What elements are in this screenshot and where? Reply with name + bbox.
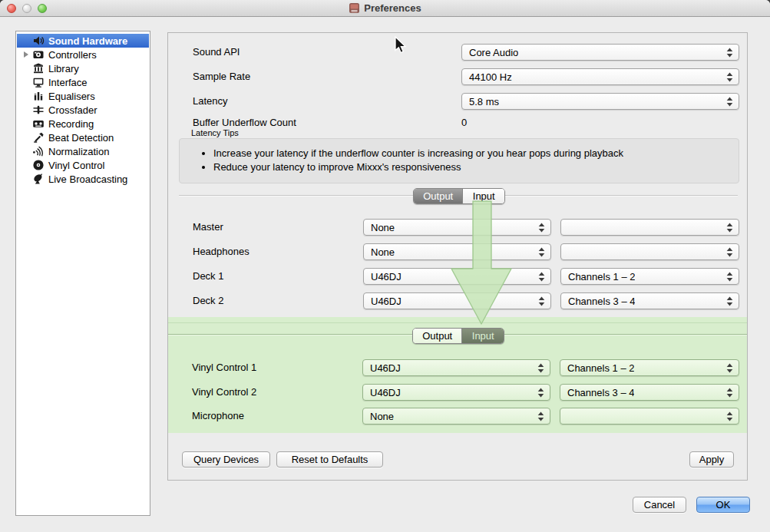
sidebar-item-label: Crossfader [48,104,97,116]
apply-button[interactable]: Apply [689,451,734,468]
sidebar-item-label: Sound Hardware [48,35,127,47]
master-device-select[interactable]: None [363,219,551,236]
output-row-label: Master [193,221,223,233]
sidebar-item-beat-detection[interactable]: Beat Detection [16,131,150,144]
library-icon [31,62,45,74]
sidebar-item-label: Normalization [48,146,109,157]
combo-value: None [370,411,394,422]
stepper-arrows-icon [538,247,545,257]
titlebar: Preferences [0,0,770,17]
window-controls [7,4,47,13]
combo-value: U46DJ [370,362,401,374]
microphone-channels-select[interactable] [560,408,739,425]
microphone-device-select[interactable]: None [362,408,550,425]
deck2-device-select[interactable]: U46DJ [363,292,551,309]
sidebar-item-label: Beat Detection [48,132,114,144]
tab-input[interactable]: Input [463,189,504,203]
sidebar-item-recording[interactable]: Recording [16,117,150,131]
sidebar-item-controllers[interactable]: Controllers [16,48,150,61]
sidebar-item-interface[interactable]: Interface [16,75,150,89]
sound-hardware-pane: Sound API Core Audio Sample Rate 44100 H… [167,32,748,481]
sidebar-item-vinyl-control[interactable]: Vinyl Control [16,158,150,172]
cancel-button[interactable]: Cancel [633,497,686,513]
disclosure-triangle-icon[interactable] [21,51,31,58]
sidebar-item-library[interactable]: Library [16,61,150,75]
latency-tip: Reduce your latency to improve Mixxx's r… [213,160,731,174]
stepper-arrows-icon [726,223,733,233]
stepper-arrows-icon [538,223,545,233]
stepper-arrows-icon [537,363,544,373]
speaker-icon [31,35,45,47]
sample-rate-label: Sample Rate [193,71,250,83]
vinyl-control-1-channels-select[interactable]: Channels 1 – 2 [560,359,739,376]
deck1-device-select[interactable]: U46DJ [363,268,551,285]
latency-tips-title: Latency Tips [191,127,239,139]
vinyl-control-1-device-select[interactable]: U46DJ [362,359,550,376]
stepper-arrows-icon [726,296,733,306]
sidebar-item-normalization[interactable]: Normalization [16,144,150,158]
output-row-label: Deck 2 [193,295,223,307]
combo-value: Channels 1 – 2 [567,362,634,374]
buffer-underflow-value: 0 [461,117,467,129]
input-row-label: Microphone [192,410,244,422]
sidebar-item-label: Live Broadcasting [48,173,127,185]
sidebar-item-label: Recording [48,118,94,130]
sidebar-item-live-broadcasting[interactable]: Live Broadcasting [16,172,150,186]
window-title: Preferences [364,2,421,14]
vinyl-record-icon [31,159,45,171]
deck2-channels-select[interactable]: Channels 3 – 4 [560,292,739,309]
output-row-label: Deck 1 [193,270,223,283]
stepper-arrows-icon [726,72,733,82]
headphones-channels-select[interactable] [560,243,739,260]
tab-output[interactable]: Output [413,329,462,343]
combo-value: None [371,246,395,258]
ok-button[interactable]: OK [696,497,750,513]
latency-select[interactable]: 5.8 ms [461,93,739,110]
reset-to-defaults-button[interactable]: Reset to Defaults [276,451,383,468]
beat-detection-wand-icon [31,131,45,144]
stepper-arrows-icon [726,97,733,107]
controller-icon [31,48,45,61]
monitor-icon [31,76,45,88]
master-channels-select[interactable] [560,219,739,236]
vinyl-control-2-channels-select[interactable]: Channels 3 – 4 [560,384,739,401]
latency-tip: Increase your latency if the underflow c… [213,147,731,160]
output-input-tabs-green: Output Input [412,328,504,344]
vinyl-control-2-device-select[interactable]: U46DJ [362,384,550,401]
headphones-device-select[interactable]: None [363,243,551,260]
output-input-tabs: Output Input [413,188,505,204]
sidebar-item-equalisers[interactable]: Equalisers [16,89,150,103]
combo-value: U46DJ [370,387,401,398]
sound-api-select[interactable]: Core Audio [461,44,739,61]
latency-value: 5.8 ms [469,96,499,107]
output-row-label: Headphones [193,246,250,258]
tab-input[interactable]: Input [462,329,504,343]
sidebar-item-label: Equalisers [48,91,95,102]
sidebar-item-label: Interface [48,77,88,88]
combo-value: U46DJ [371,296,402,307]
sidebar-item-crossfader[interactable]: Crossfader [16,103,150,117]
sidebar-item-label: Library [48,63,79,74]
tab-output[interactable]: Output [414,189,463,203]
query-devices-button[interactable]: Query Devices [182,451,270,468]
sample-rate-select[interactable]: 44100 Hz [461,68,739,85]
close-window-button[interactable] [7,4,16,13]
stepper-arrows-icon [538,272,545,282]
stepper-arrows-icon [726,388,733,398]
sound-api-label: Sound API [193,46,240,58]
combo-value: Channels 3 – 4 [568,296,635,307]
stepper-arrows-icon [726,247,733,257]
sound-waves-icon [31,145,45,157]
equalizer-bars-icon [31,90,45,102]
sidebar-item-sound-hardware[interactable]: Sound Hardware [17,34,149,48]
zoom-window-button[interactable] [38,4,47,13]
preferences-window: Preferences Sound Hardware Controllers L… [0,0,770,532]
stepper-arrows-icon [537,388,544,398]
deck1-channels-select[interactable]: Channels 1 – 2 [560,268,739,285]
combo-value: Channels 3 – 4 [567,387,634,398]
cassette-icon [31,117,45,130]
stepper-arrows-icon [726,363,733,373]
preferences-window-icon [349,2,360,14]
sidebar-item-label: Controllers [48,49,97,61]
minimize-window-button[interactable] [22,4,31,13]
